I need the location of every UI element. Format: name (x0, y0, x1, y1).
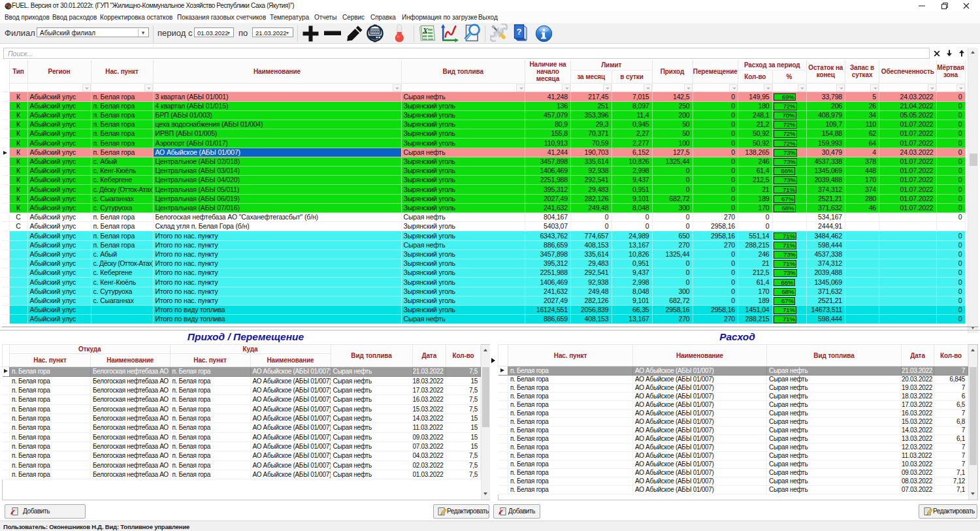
svg-text:00000: 00000 (370, 30, 381, 35)
svg-text:X: X (422, 25, 429, 35)
svg-text:?: ? (517, 27, 522, 37)
